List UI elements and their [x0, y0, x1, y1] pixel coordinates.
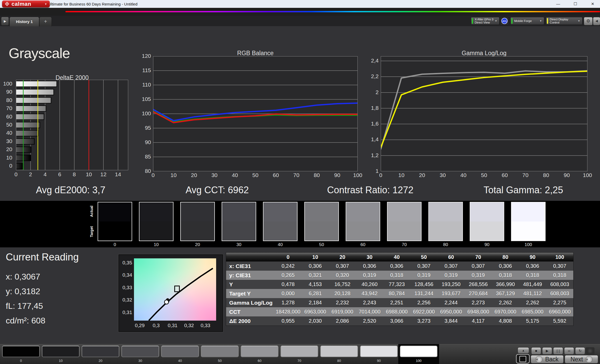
- table-cell: 2,520: [356, 318, 383, 324]
- pattern-window-button[interactable]: [516, 354, 530, 363]
- collapse-toolbar-button[interactable]: ◀: [593, 17, 600, 25]
- pattern-button-60[interactable]: [241, 346, 278, 357]
- stat-contrast-ratio: Contrast Ratio: 1272: [327, 185, 413, 196]
- meter-badge-button[interactable]: 455: [500, 17, 509, 25]
- table-cell: 2,273: [465, 300, 492, 306]
- rainbow-divider: [65, 11, 600, 12]
- table-cell: 131,244: [410, 291, 438, 297]
- row-label: x: CIE31: [226, 263, 274, 269]
- table-header-90: 90: [519, 254, 546, 260]
- svg-gamma-ytick-4: 1,6: [366, 121, 379, 127]
- table-cell: 0,319: [410, 272, 438, 278]
- svg-rgb-xtick-90: 90: [334, 172, 340, 178]
- row-label: Gamma Log/Log: [226, 300, 274, 306]
- pattern-button-100[interactable]: [400, 346, 438, 357]
- table-cell: 5,175: [519, 318, 546, 324]
- table-cell: 0,306: [383, 263, 410, 269]
- swatch-target-20: [181, 221, 214, 241]
- deltae-ytick-80: 80: [0, 97, 12, 103]
- add-tab-button[interactable]: +: [39, 17, 52, 26]
- deltae-xtick-2: 2: [29, 171, 32, 178]
- table-cell: 18428,000: [274, 309, 302, 315]
- pattern-button-70[interactable]: [281, 346, 318, 357]
- pattern-bar-expand-button[interactable]: ▲: [518, 347, 529, 354]
- cie-ytick-3: 0,32: [120, 297, 132, 303]
- table-cell: 3,844: [438, 318, 465, 324]
- continuous-measure-button[interactable]: ∞: [564, 347, 574, 355]
- minimize-button[interactable]: —: [552, 0, 564, 8]
- gray-swatch-50: [304, 202, 339, 241]
- svg-rgb-ytick-7: 85: [138, 153, 151, 160]
- swatch-actual-70: [388, 202, 421, 221]
- deltae-ytick-70: 70: [0, 105, 12, 111]
- table-cell: 2,243: [356, 300, 383, 306]
- pattern-button-40[interactable]: [161, 346, 199, 357]
- table-cell: 2,086: [329, 318, 356, 324]
- deltae-xtick-4: 4: [44, 171, 47, 178]
- deltae-ytick-100: 100: [0, 81, 12, 87]
- swatch-label-40: 40: [278, 242, 283, 247]
- pattern-button-90[interactable]: [360, 346, 398, 357]
- table-cell: 0,306: [492, 263, 519, 269]
- calman-diamond-icon: [4, 1, 10, 7]
- svg-gamma-xtick-80: 80: [543, 172, 549, 178]
- deltae-ytick-50: 50: [0, 122, 12, 128]
- table-cell: 0,265: [274, 272, 302, 278]
- svg-gamma-ytick-2: 2: [366, 89, 379, 95]
- pattern-button-30[interactable]: [121, 346, 159, 357]
- back-button[interactable]: « Back: [531, 355, 564, 363]
- svg-rgb-ytick-6: 90: [138, 139, 151, 145]
- single-measure-button[interactable]: [·]: [553, 347, 563, 355]
- swatch-target-60: [346, 221, 380, 241]
- gray-swatch-100: [511, 202, 546, 241]
- row-label: ΔE 2000: [226, 318, 274, 324]
- svg-gamma-ytick-0: 2,4: [366, 58, 379, 64]
- pattern-button-label-100: 100: [416, 359, 422, 363]
- current-reading-title: Current Reading: [6, 252, 79, 263]
- pattern-button-label-60: 60: [258, 359, 261, 363]
- play-button[interactable]: ▶: [542, 347, 552, 355]
- calman-menu-button[interactable]: calman ▼: [2, 1, 50, 7]
- meter-label: X-Rite i1Pro 3Direct View: [475, 18, 494, 24]
- pattern-button-0[interactable]: [2, 346, 40, 357]
- svg-rgb-ytick-5: 95: [138, 125, 151, 131]
- table-row-ΔE 2000: ΔE 20000,9552,0302,0862,5203,0663,2733,8…: [226, 316, 573, 326]
- svg-gamma-xtick-90: 90: [564, 172, 570, 178]
- pattern-button-20[interactable]: [82, 346, 119, 357]
- display-control-dropdown[interactable]: Direct Display Control ▼: [546, 17, 582, 25]
- svg-rgb-xtick-100: 100: [353, 172, 362, 178]
- table-cell: 481,112: [519, 291, 546, 297]
- current-reading-fl: fL: 177,45: [6, 301, 43, 311]
- table-cell: 270,684: [465, 291, 492, 297]
- stat-avg-cct: Avg CCT: 6962: [186, 185, 249, 196]
- svg-gamma-xtick-70: 70: [522, 172, 528, 178]
- stop-button[interactable]: ■: [531, 347, 541, 355]
- table-cell: 2,275: [546, 300, 573, 306]
- table-header-row: 0102030405060708090100: [226, 253, 573, 261]
- tab-history-1[interactable]: History 1: [9, 17, 39, 26]
- maximize-button[interactable]: ☐: [569, 0, 581, 8]
- pattern-button-80[interactable]: [320, 346, 358, 357]
- chevron-down-icon: ▼: [540, 20, 542, 22]
- pattern-button-label-50: 50: [218, 359, 222, 363]
- table-cell: 0,307: [465, 263, 492, 269]
- table-cell: 6988,000: [383, 309, 410, 315]
- table-header-50: 50: [410, 254, 438, 260]
- table-row-Target Y: Target Y0,0006,28120,12843,94280,784131,…: [226, 289, 573, 298]
- stat-total-gamma: Total Gamma: 2,25: [484, 185, 563, 196]
- meter-dropdown[interactable]: X-Rite i1Pro 3Direct View ▼: [471, 17, 500, 25]
- next-button[interactable]: Next »: [565, 355, 598, 363]
- swatch-actual-50: [305, 202, 338, 221]
- table-header-20: 20: [329, 254, 356, 260]
- table-cell: 0,306: [519, 263, 546, 269]
- titlebar: Calman 2025 Calman Ultimate for Business…: [0, 0, 600, 8]
- loop-button[interactable]: ↻: [575, 347, 585, 355]
- history-panel-toggle-button[interactable]: ▶: [1, 17, 9, 26]
- source-dropdown[interactable]: Mobile Forge ▼: [510, 17, 544, 25]
- close-button[interactable]: ✕: [587, 0, 599, 8]
- pattern-button-10[interactable]: [42, 346, 80, 357]
- settings-gear-button[interactable]: ⚙: [584, 17, 593, 25]
- table-cell: 2,232: [329, 300, 356, 306]
- pattern-button-50[interactable]: [201, 346, 239, 357]
- cie-ytick-4: 0,31: [120, 310, 132, 315]
